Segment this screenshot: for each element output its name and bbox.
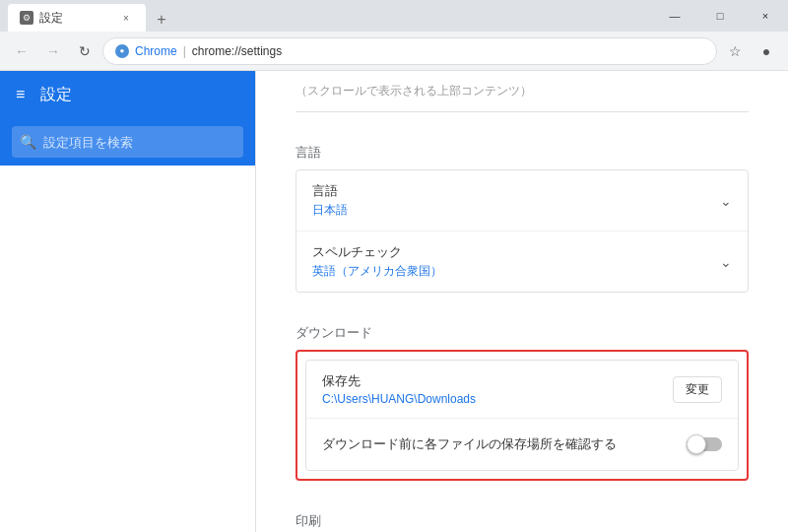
language-value: 日本語: [312, 202, 704, 219]
search-input[interactable]: [12, 126, 243, 158]
sidebar: ≡ 設定 🔍: [0, 71, 256, 532]
tab-close-btn[interactable]: ×: [118, 10, 134, 26]
minimize-button[interactable]: —: [652, 0, 697, 32]
forward-button[interactable]: →: [39, 37, 67, 65]
address-security-icon: ●: [115, 44, 129, 58]
close-button[interactable]: ×: [743, 0, 788, 32]
back-button[interactable]: ←: [8, 37, 35, 65]
content-area: （スクロールで表示される上部コンテンツ） 言語 言語 日本語 ⌄ スペルチェック: [256, 71, 788, 532]
confirm-download-label: ダウンロード前に各ファイルの保存場所を確認する: [322, 435, 671, 453]
language-card: 言語 日本語 ⌄ スペルチェック 英語（アメリカ合衆国） ⌄: [296, 169, 749, 293]
confirm-download-row: ダウンロード前に各ファイルの保存場所を確認する: [306, 419, 738, 470]
main-layout: ≡ 設定 🔍 （スクロールで表示される上部コンテンツ） 言語 言語 日本語: [0, 71, 788, 532]
address-path: chrome://settings: [192, 44, 282, 58]
language-control: ⌄: [720, 192, 732, 210]
account-button[interactable]: ●: [753, 37, 780, 65]
spellcheck-value: 英語（アメリカ合衆国）: [312, 263, 704, 280]
cutoff-section: （スクロールで表示される上部コンテンツ）: [296, 71, 749, 112]
download-section-card: 保存先 C:\Users\HUANG\Downloads 変更 ダウンロード前に…: [296, 350, 749, 481]
address-bar[interactable]: ● Chrome | chrome://settings: [102, 37, 717, 65]
sidebar-search-wrap: 🔍: [12, 126, 243, 158]
save-location-info: 保存先 C:\Users\HUANG\Downloads: [322, 372, 657, 406]
language-chevron-icon: ⌄: [720, 193, 732, 209]
print-section-header: 印刷: [296, 497, 749, 532]
tab-title: 設定: [39, 10, 63, 27]
sidebar-title: 設定: [40, 85, 72, 105]
tab-strip: ⚙ 設定 × +: [0, 0, 173, 32]
save-location-label: 保存先: [322, 372, 657, 390]
titlebar: ⚙ 設定 × + — □ ×: [0, 0, 788, 32]
spellcheck-label: スペルチェック: [312, 243, 704, 261]
sidebar-header: ≡ 設定: [0, 71, 255, 118]
language-row-info: 言語 日本語: [312, 182, 704, 219]
save-location-control: 変更: [673, 376, 722, 403]
spellcheck-row-info: スペルチェック 英語（アメリカ合衆国）: [312, 243, 704, 280]
titlebar-left: ⚙ 設定 × +: [0, 0, 652, 32]
content-inner: （スクロールで表示される上部コンテンツ） 言語 言語 日本語 ⌄ スペルチェック: [256, 71, 788, 532]
save-location-row: 保存先 C:\Users\HUANG\Downloads 変更: [306, 361, 738, 419]
tab-favicon: ⚙: [20, 11, 33, 25]
download-section-header: ダウンロード: [296, 308, 749, 350]
titlebar-controls: — □ ×: [652, 0, 788, 32]
cutoff-text: （スクロールで表示される上部コンテンツ）: [296, 84, 532, 98]
active-tab[interactable]: ⚙ 設定 ×: [8, 4, 146, 32]
change-button[interactable]: 変更: [673, 376, 722, 403]
navbar: ← → ↻ ● Chrome | chrome://settings ☆ ●: [0, 32, 788, 71]
search-icon: 🔍: [20, 134, 36, 150]
language-section-header: 言語: [296, 128, 749, 169]
maximize-button[interactable]: □: [697, 0, 743, 32]
spellcheck-control: ⌄: [720, 253, 732, 271]
language-label: 言語: [312, 182, 704, 200]
download-inner-card: 保存先 C:\Users\HUANG\Downloads 変更 ダウンロード前に…: [305, 360, 739, 471]
spellcheck-chevron-icon: ⌄: [720, 254, 732, 270]
bookmark-button[interactable]: ☆: [721, 37, 749, 65]
language-row[interactable]: 言語 日本語 ⌄: [296, 170, 748, 232]
confirm-download-control: [687, 434, 722, 454]
sidebar-menu-icon[interactable]: ≡: [16, 86, 25, 103]
address-separator: |: [183, 44, 186, 58]
toggle-thumb: [687, 434, 706, 454]
confirm-download-info: ダウンロード前に各ファイルの保存場所を確認する: [322, 435, 671, 453]
spellcheck-row[interactable]: スペルチェック 英語（アメリカ合衆国） ⌄: [296, 232, 748, 292]
sidebar-search-area: 🔍: [0, 118, 255, 166]
nav-right-controls: ☆ ●: [721, 37, 780, 65]
reload-button[interactable]: ↻: [71, 37, 98, 65]
address-chrome-label: Chrome: [135, 44, 177, 58]
save-location-path: C:\Users\HUANG\Downloads: [322, 392, 657, 406]
confirm-download-toggle[interactable]: [687, 434, 722, 454]
new-tab-button[interactable]: +: [150, 8, 173, 32]
